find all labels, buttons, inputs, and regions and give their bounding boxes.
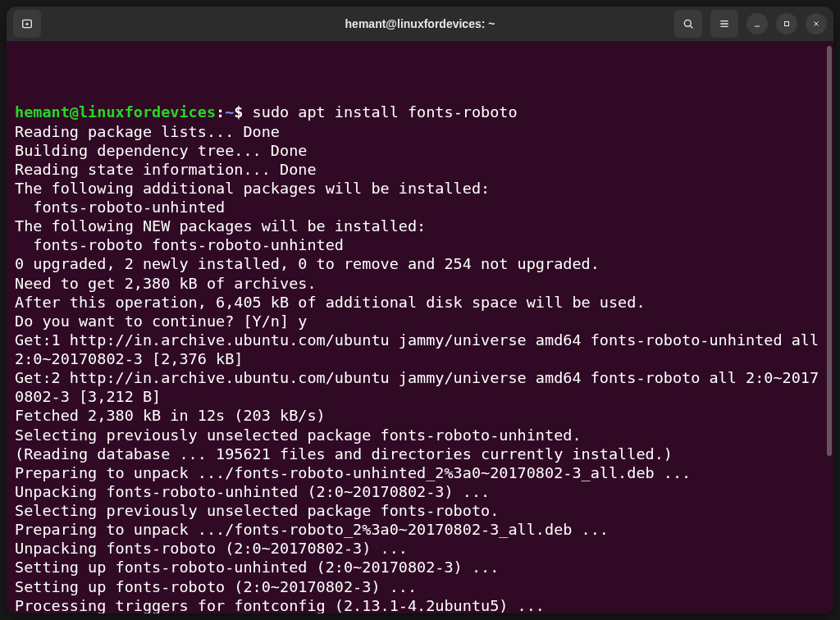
search-button[interactable] [674,10,702,38]
close-icon [811,19,821,29]
output-line: (Reading database ... 195621 files and d… [15,444,825,463]
prompt-path: ~ [225,103,234,121]
command-text: sudo apt install fonts-roboto [253,103,518,121]
output-line: Fetched 2,380 kB in 12s (203 kB/s) [15,406,825,425]
svg-rect-2 [785,22,789,26]
output-line: Unpacking fonts-roboto-unhinted (2:0~201… [15,482,825,501]
output-line: Reading state information... Done [15,160,825,179]
output-line: Setting up fonts-roboto (2:0~20170802-3)… [15,577,825,596]
prompt-line: hemant@linuxfordevices:~$ sudo apt insta… [15,103,825,121]
output-line: Need to get 2,380 kB of archives. [15,274,825,293]
output-line: 0 upgraded, 2 newly installed, 0 to remo… [15,254,825,273]
output-line: fonts-roboto fonts-roboto-unhinted [15,235,825,254]
hamburger-icon [718,17,731,30]
output-line: Processing triggers for fontconfig (2.13… [15,596,825,613]
titlebar: hemant@linuxfordevices: ~ [7,7,833,41]
scrollbar[interactable] [827,46,832,456]
output-line: Do you want to continue? [Y/n] y [15,312,825,331]
prompt-sep: : [216,103,225,121]
window-title: hemant@linuxfordevices: ~ [345,17,495,30]
output-line: Selecting previously unselected package … [15,501,825,520]
maximize-button[interactable] [776,13,797,34]
maximize-icon [782,19,792,29]
svg-point-1 [684,20,691,26]
output-line: After this operation, 6,405 kB of additi… [15,293,825,312]
search-icon [682,17,695,30]
new-tab-icon [21,17,34,30]
output-line: Setting up fonts-roboto-unhinted (2:0~20… [15,558,825,577]
close-button[interactable] [806,13,827,34]
output-line: Building dependency tree... Done [15,141,825,160]
minimize-icon [752,19,762,29]
output-line: The following additional packages will b… [15,179,825,198]
output-line: The following NEW packages will be insta… [15,217,825,235]
output-line: Selecting previously unselected package … [15,426,825,444]
prompt-userhost: hemant@linuxfordevices [15,103,216,121]
output-line: fonts-roboto-unhinted [15,198,825,217]
terminal-body[interactable]: hemant@linuxfordevices:~$ sudo apt insta… [7,41,833,613]
output-container: Reading package lists... DoneBuilding de… [15,122,825,614]
menu-button[interactable] [710,10,738,38]
prompt-sym: $ [234,103,243,121]
minimize-button[interactable] [746,13,768,34]
output-line: Preparing to unpack .../fonts-roboto-unh… [15,463,825,482]
new-tab-button[interactable] [13,10,41,38]
output-line: Get:1 http://in.archive.ubuntu.com/ubunt… [15,331,825,368]
output-line: Preparing to unpack .../fonts-roboto_2%3… [15,520,825,539]
output-line: Get:2 http://in.archive.ubuntu.com/ubunt… [15,368,825,406]
terminal-window: hemant@linuxfordevices: ~ [7,7,833,613]
output-line: Unpacking fonts-roboto (2:0~20170802-3) … [15,539,825,558]
output-line: Reading package lists... Done [15,122,825,141]
